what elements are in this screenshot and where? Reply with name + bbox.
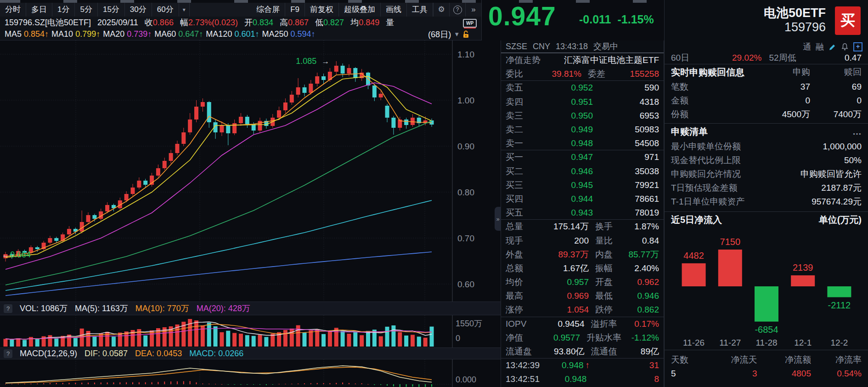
bid-price[interactable]: 0.947 (535, 152, 593, 162)
tool-forward-adjust[interactable]: 前复权 (305, 3, 339, 17)
ask-price[interactable]: 0.950 (535, 111, 593, 121)
currency-label: CNY (533, 42, 550, 51)
stat-row-volume: 总量175.14万换手1.87% (501, 220, 664, 233)
nav-row: 净值走势汇添富中证电池主题ETF (501, 53, 664, 67)
vol-value: VOL: 1086万 (20, 303, 68, 314)
svg-text:11-28: 11-28 (755, 338, 777, 347)
window-length-selector[interactable]: (68日) (428, 29, 451, 40)
ma60-value: MA60 0.647↑ (154, 29, 203, 39)
period-tab-1min[interactable]: 1分 (52, 3, 75, 17)
ask-price[interactable]: 0.948 (535, 138, 593, 148)
period-tab-timeshare[interactable]: 分时 (0, 3, 26, 17)
period-tab-30min[interactable]: 30分 (125, 3, 152, 17)
exchange-label: SZSE (506, 42, 527, 51)
macd-help-icon[interactable]: ? (4, 349, 12, 358)
vol-axis-max: 1550万 (456, 318, 482, 329)
pencil-icon[interactable] (829, 43, 836, 51)
tick-row: 13:42:390.948↑31 (501, 359, 664, 372)
svg-text:←: ← (2, 250, 10, 259)
vol-axis-min: 0 (456, 334, 460, 343)
macd-chart[interactable] (0, 359, 501, 387)
stat-row-nav: 净值0.9577升贴水率-1.12% (501, 331, 664, 345)
ma10-value: MA10 0.799↑ (51, 29, 100, 39)
inflow-footer-headers: 天数 净流天 净流额 净流率 (671, 353, 862, 367)
fund-full-name[interactable]: 汇添富中证电池主题ETF (541, 54, 659, 66)
macd-name: MACD(12,26,9) (20, 349, 77, 359)
ask-price[interactable]: 0.952 (535, 83, 593, 93)
vol-ma10: MA(10): 770万 (135, 303, 189, 314)
tool-tools-menu[interactable]: 工具 (407, 3, 433, 17)
sidebar-icon-row: 通 融 + (803, 41, 862, 52)
add-icon[interactable]: + (853, 42, 862, 51)
chevron-down-icon[interactable]: ▼ (454, 31, 460, 38)
stat-row-lot: 现手200量比0.84 (501, 233, 664, 247)
svg-text:1.085: 1.085 (296, 57, 316, 66)
ma-bar: MA5 0.854↑ MA10 0.799↑ MA20 0.739↑ MA60 … (0, 28, 481, 40)
quote-block: 0.947 -0.011-1.15% (482, 3, 664, 40)
help-icon[interactable]: ? (449, 3, 465, 17)
etf-code: 159796 (784, 20, 826, 34)
svg-text:0.80: 0.80 (457, 188, 474, 197)
redeem-row: 现金替代比例上限50% (665, 154, 868, 167)
avg-field: 均0.849 (350, 17, 379, 28)
range-60d-row: 60日29.02% 52周低0.47 (665, 51, 868, 64)
high-field: 高0.867 (280, 17, 309, 28)
vol-help-icon[interactable]: ? (4, 304, 12, 313)
tick-up-arrow-icon: ↑ (586, 360, 590, 370)
order-book-panel: SZSE CNY 13:43:18 交易中 净值走势汇添富中证电池主题ETF 委… (501, 40, 664, 387)
buy-button[interactable]: 买 (835, 6, 861, 35)
bid-price[interactable]: 0.944 (535, 194, 593, 204)
inflow-unit: 单位(万元) (819, 214, 862, 226)
ma5-value: MA5 0.854↑ (5, 29, 49, 39)
period-dropdown-caret-icon[interactable]: ▾ (179, 3, 190, 17)
stat-row-float: 流通盘93.80亿流通值89亿 (501, 345, 664, 359)
more-ellipsis[interactable]: … (852, 126, 862, 137)
period-tab-15min[interactable]: 15分 (98, 3, 125, 17)
period-tab-5min[interactable]: 5分 (75, 3, 97, 17)
ask-price[interactable]: 0.949 (535, 125, 593, 135)
volume-label-row: ? VOL: 1086万 MA(5): 1163万 MA(10): 770万 M… (0, 302, 501, 315)
svg-text:1.10: 1.10 (457, 50, 474, 59)
tool-super-overlay[interactable]: 超级叠加 (339, 3, 381, 17)
ask-row-2: 卖二0.94950983 (501, 123, 664, 137)
ma20-value: MA20 0.739↑ (103, 29, 152, 39)
panel-collapse-handle[interactable]: » (495, 207, 501, 231)
wp-monitor-icon[interactable]: WP (463, 17, 477, 28)
tool-draw-line[interactable]: 画线 (381, 3, 407, 17)
svg-text:12-1: 12-1 (794, 338, 812, 347)
redeem-list-header: 申赎清单… (665, 123, 868, 140)
bid-price[interactable]: 0.945 (535, 180, 593, 190)
more-chevrons-icon[interactable]: » (465, 3, 481, 17)
quote-time: 13:43:18 (556, 42, 588, 51)
gear-icon[interactable]: ⚙ (433, 3, 449, 17)
tool-f9[interactable]: F9 (285, 3, 305, 17)
subscription-row: 金额00 (665, 94, 868, 108)
macd-zero-label: 0.000 (456, 375, 476, 385)
subscription-row: 笔数3769 (665, 80, 868, 94)
period-tab-multiday[interactable]: 多日 (26, 3, 52, 17)
candlestick-chart[interactable]: 1.101.000.900.800.700.601.085→←0.664 (0, 40, 501, 302)
vol-ma5: MA(5): 1163万 (75, 303, 128, 314)
close-field: 收0.866 (145, 17, 174, 28)
inflow-footer: 天数 净流天 净流额 净流率 5 3 4805 0.54% (665, 350, 868, 381)
redeem-row: 最小申赎单位份额1,000,000 (665, 140, 868, 154)
redeem-row: T-1日单位申赎资产957674.29元 (665, 195, 868, 209)
svg-text:12-2: 12-2 (830, 338, 848, 347)
range-field: 幅2.73%(0.023) (180, 17, 238, 28)
period-tab-60min[interactable]: 60分 (152, 3, 179, 17)
ask-price[interactable]: 0.951 (535, 97, 593, 107)
svg-text:0.70: 0.70 (457, 233, 474, 243)
stat-row-amount: 总额1.67亿振幅2.40% (501, 262, 664, 275)
tool-composite-screen[interactable]: 综合屏 (251, 3, 285, 17)
bell-icon[interactable] (841, 43, 849, 51)
last-price: 0.947 (488, 1, 556, 31)
trading-terminal: 分时 多日 1分 5分 15分 30分 60分 ▾ 综合屏 F9 前复权 超级叠… (0, 0, 868, 387)
bid-price[interactable]: 0.943 (535, 208, 593, 218)
unlock-icon[interactable] (462, 30, 469, 38)
bid-row-5: 买五0.94378019 (501, 206, 664, 220)
bid-price[interactable]: 0.946 (535, 166, 593, 176)
svg-text:7150: 7150 (720, 237, 741, 247)
price-change-pct: -1.15% (618, 13, 654, 26)
volume-chart[interactable] (0, 315, 501, 347)
bid-row-4: 买四0.94478661 (501, 192, 664, 206)
